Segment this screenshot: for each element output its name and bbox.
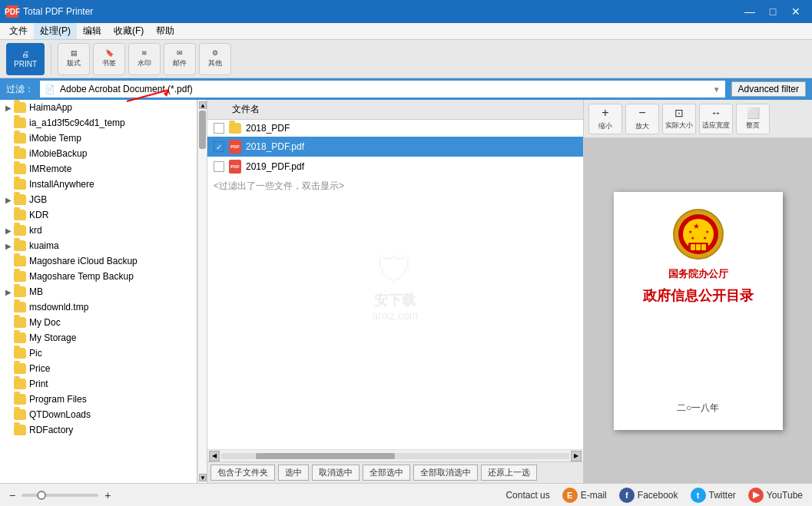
folder-icon [14, 164, 26, 174]
tree-item[interactable]: Magoshare Temp Backup [0, 269, 197, 284]
tree-item[interactable]: ▶ MB [0, 284, 197, 299]
youtube-social-link[interactable]: ▶ YouTube [748, 488, 803, 503]
tree-item[interactable]: Price [0, 361, 197, 376]
spacer [3, 148, 14, 159]
watermark-button[interactable]: ≋ 水印 [128, 43, 161, 75]
select-all-button[interactable]: 全部选中 [363, 465, 410, 481]
tree-item[interactable]: My Doc [0, 315, 197, 330]
file-name: 2018_PDF [246, 123, 290, 134]
tree-item[interactable]: iMobie Temp [0, 131, 197, 146]
list-item[interactable]: PDF 2019_PDF.pdf [207, 157, 583, 177]
watermark-bag-icon: 🛡 [373, 248, 419, 290]
bookmark-icon: 🔖 [105, 49, 114, 57]
tree-item-label: iMobieBackup [29, 148, 87, 159]
zoom-minus-icon[interactable]: − [9, 489, 15, 501]
list-item[interactable]: ✓ PDF 2018_PDF.pdf [207, 137, 583, 157]
zoom-slider[interactable] [22, 494, 98, 497]
tree-item[interactable]: iMobieBackup [0, 146, 197, 161]
tree-item-label: krd [29, 225, 42, 236]
email-toolbar-button[interactable]: ✉ 邮件 [164, 43, 196, 75]
tree-item[interactable]: Print [0, 376, 197, 392]
folder-icon [14, 425, 26, 435]
include-subfolders-button[interactable]: 包含子文件夹 [210, 465, 275, 481]
other-button[interactable]: ⚙ 其他 [199, 43, 231, 75]
scroll-left-button[interactable]: ◀ [209, 451, 220, 461]
tree-item[interactable]: ia_a1d3f5c9c4d1_temp [0, 115, 197, 131]
tree-item[interactable]: IMRemote [0, 161, 197, 177]
fit-width-button[interactable]: ↔ 适应宽度 [699, 104, 733, 134]
deselect-all-button[interactable]: 全部取消选中 [413, 465, 478, 481]
tree-item[interactable]: ▶ JGB [0, 192, 197, 207]
scroll-thumb [199, 111, 206, 149]
tree-item[interactable]: Program Files [0, 392, 197, 407]
tree-item[interactable]: QTDownLoads [0, 407, 197, 422]
tree-item[interactable]: Magoshare iCloud Backup [0, 253, 197, 269]
tree-item[interactable]: InstallAnywhere [0, 177, 197, 192]
tree-item[interactable]: Pic [0, 346, 197, 361]
dropdown-arrow-icon: ▼ [713, 85, 721, 94]
svg-rect-12 [696, 244, 701, 250]
email-social-link[interactable]: E E-mail [562, 488, 607, 503]
scroll-right-button[interactable]: ▶ [571, 451, 582, 461]
tree-item[interactable]: My Storage [0, 330, 197, 346]
file-checkbox[interactable] [214, 123, 224, 134]
folder-icon [14, 194, 26, 205]
tree-item-label: IMRemote [29, 164, 71, 174]
tree-item-label: RDFactory [29, 425, 73, 435]
other-icon: ⚙ [212, 49, 218, 57]
file-checkbox[interactable] [214, 161, 224, 172]
twitter-social-link[interactable]: t Twitter [691, 488, 736, 503]
watermark-icon: ≋ [141, 49, 147, 57]
deselect-button[interactable]: 取消选中 [312, 465, 360, 481]
advanced-filter-button[interactable]: Advanced filter [731, 81, 806, 97]
tree-item[interactable]: ▶ krd [0, 223, 197, 238]
actual-size-button[interactable]: ⊡ 实际大小 [662, 104, 696, 134]
horizontal-scrollbar[interactable]: ◀ ▶ [207, 449, 583, 461]
email-icon: E [562, 488, 578, 503]
tree-item-label: InstallAnywhere [29, 179, 94, 190]
tree-scrollbar[interactable]: ▲ ▼ [197, 100, 207, 483]
restore-button[interactable]: 还原上一选 [481, 465, 537, 481]
bookmark-button[interactable]: 🔖 书签 [93, 43, 125, 75]
scrollbar-track [221, 453, 569, 459]
folder-icon [14, 179, 26, 190]
minimize-button[interactable]: — [740, 4, 760, 19]
watermark-sub: anxz.com [373, 309, 419, 321]
full-page-button[interactable]: ⬜ 整页 [736, 104, 770, 134]
zoom-in-button[interactable]: − 放大 [625, 104, 659, 134]
folder-icon [14, 286, 26, 297]
file-checkbox[interactable]: ✓ [214, 141, 224, 152]
layout-button[interactable]: ▤ 版式 [58, 43, 90, 75]
folder-icon [14, 117, 26, 128]
file-bottom-bar: 包含子文件夹 选中 取消选中 全部选中 全部取消选中 还原上一选 [207, 461, 583, 483]
main-content: ▶ HaimaApp ia_a1d3f5c9c4d1_temp iMobie T… [0, 100, 812, 483]
menu-edit[interactable]: 编辑 [77, 23, 108, 39]
spacer [3, 271, 14, 282]
folder-icon [14, 302, 26, 313]
menu-process[interactable]: 处理(P) [34, 23, 77, 39]
tree-item[interactable]: KDR [0, 207, 197, 223]
twitter-icon: t [691, 488, 706, 503]
menu-help[interactable]: 帮助 [150, 23, 181, 39]
filename-column-header: 文件名 [232, 103, 260, 116]
scroll-down-button[interactable]: ▼ [199, 474, 207, 481]
tree-item-label: iMobie Temp [29, 133, 81, 144]
tree-item[interactable]: msdownld.tmp [0, 299, 197, 315]
facebook-social-link[interactable]: f Facebook [619, 488, 678, 503]
tree-item[interactable]: RDFactory [0, 422, 197, 438]
tree-item[interactable]: ▶ kuaima [0, 238, 197, 253]
close-button[interactable]: ✕ [786, 4, 806, 19]
scroll-up-button[interactable]: ▲ [199, 101, 207, 109]
print-label: PRINT [14, 60, 37, 68]
select-button[interactable]: 选中 [278, 465, 309, 481]
maximize-button[interactable]: □ [763, 4, 783, 19]
arrow-annotation [119, 86, 181, 111]
zoom-out-button[interactable]: + 缩小 [588, 104, 622, 134]
print-icon: 🖨 [22, 50, 29, 58]
print-button[interactable]: 🖨 PRINT [6, 43, 45, 75]
list-item[interactable]: 2018_PDF [207, 120, 583, 137]
menu-favorites[interactable]: 收藏(F) [108, 23, 150, 39]
zoom-plus-icon[interactable]: + [104, 489, 111, 501]
svg-text:★: ★ [692, 222, 699, 230]
menu-file[interactable]: 文件 [3, 23, 34, 39]
